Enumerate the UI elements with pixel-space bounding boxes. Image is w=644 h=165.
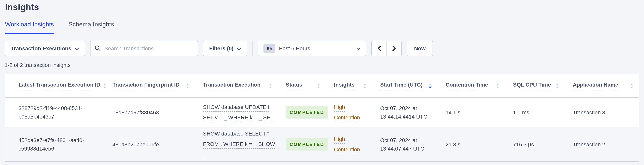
column-header-latest-execution-id[interactable]: Latest Transaction Execution ID [18, 81, 100, 90]
cell-fingerprint-id: 08d8b7d97f830463 [105, 98, 195, 127]
cell-transaction-execution: SHOW database SELECT * FROM t WHERE k = … [195, 127, 278, 162]
cell-status: COMPLETED [278, 127, 326, 162]
column-header-transaction-execution[interactable]: Transaction Execution [203, 81, 260, 90]
filters-label: Filters (0) [209, 45, 234, 52]
column-header-start-time[interactable]: Start Time (UTC) [380, 81, 422, 90]
cell-application-name: Transaction 2 [565, 127, 640, 162]
transaction-execution-link[interactable]: SET v = _ WHERE k = _ SH... [203, 113, 275, 122]
time-range-dropdown[interactable]: 6h Past 6 Hours [258, 41, 366, 56]
sort-icon[interactable] [186, 83, 189, 88]
tab-schema-insights[interactable]: Schema Insights [68, 21, 114, 34]
column-header-sql-cpu-time[interactable]: SQL CPU Time [513, 81, 551, 90]
cell-status: COMPLETED [278, 98, 326, 127]
filters-button[interactable]: Filters (0) [203, 41, 247, 56]
now-button-label: Now [414, 45, 426, 52]
search-box [90, 41, 198, 56]
column-header-application-name[interactable]: Application Name [573, 81, 618, 90]
sort-icon[interactable] [630, 83, 633, 88]
chevron-down-icon [356, 45, 360, 52]
now-button[interactable]: Now [407, 41, 433, 56]
cell-contention-time: 21.3 s [438, 127, 505, 162]
sort-icon[interactable] [104, 83, 106, 88]
cell-contention-time: 14.1 s [438, 98, 505, 127]
chevron-down-icon [237, 45, 241, 52]
transaction-execution-link[interactable]: ... [203, 150, 208, 159]
cell-sql-cpu-time: 1.1 ms [505, 98, 565, 127]
chevron-left-icon[interactable] [372, 41, 386, 56]
cell-transaction-execution: SHOW database UPDATE t SET v = _ WHERE k… [195, 98, 278, 127]
sort-icon[interactable] [496, 83, 499, 88]
table-row: 328729d2-ff19-4408-8531-b05a5b4e43c7 08d… [4, 98, 640, 127]
cell-start-time: Oct 07, 2024 at 13:44:07.447 UTC [372, 127, 438, 162]
transaction-execution-link[interactable]: FROM t WHERE k = _ SHOW [203, 140, 275, 149]
cell-latest-execution-id: 452da3e7-e7fa-4801-aa40-c59988d14eb6 [4, 127, 105, 162]
insight-link[interactable]: High [334, 134, 345, 143]
cell-sql-cpu-time: 716.3 µs [505, 127, 565, 162]
search-input[interactable] [90, 41, 198, 56]
toolbar-divider [252, 41, 253, 56]
insight-link[interactable]: Contention [334, 113, 360, 122]
column-header-contention-time[interactable]: Contention Time [446, 81, 488, 90]
column-header-insights[interactable]: Insights [334, 81, 354, 90]
view-type-label: Transaction Executions [11, 45, 71, 52]
insights-table-card: Latest Transaction Execution ID Transact… [4, 74, 640, 162]
table-header-row: Latest Transaction Execution ID Transact… [4, 74, 640, 98]
sort-icon[interactable] [429, 83, 432, 88]
transaction-insights-table: Latest Transaction Execution ID Transact… [4, 74, 640, 162]
insight-link[interactable]: High [334, 103, 345, 111]
search-icon [95, 45, 100, 53]
cell-application-name: Transaction 3 [565, 98, 640, 127]
time-range-badge: 6h [264, 44, 276, 53]
table-row: 452da3e7-e7fa-4801-aa40-c59988d14eb6 480… [4, 127, 640, 162]
transaction-execution-link[interactable]: SHOW database UPDATE t [203, 103, 270, 111]
sort-icon[interactable] [556, 83, 559, 88]
status-badge: COMPLETED [286, 138, 328, 150]
sort-icon[interactable] [269, 83, 272, 88]
cell-insights: High Contention [326, 127, 372, 162]
sort-icon[interactable] [363, 83, 366, 88]
time-pager [371, 41, 402, 56]
toolbar: Transaction Executions Filters (0) [4, 41, 640, 56]
chevron-down-icon [75, 45, 79, 52]
column-header-fingerprint-id[interactable]: Transaction Fingerprint ID [112, 81, 180, 90]
cell-latest-execution-id: 328729d2-ff19-4408-8531-b05a5b4e43c7 [4, 98, 105, 127]
chevron-right-icon[interactable] [386, 41, 401, 56]
transaction-execution-link[interactable]: SHOW database SELECT * [203, 129, 270, 138]
cell-insights: High Contention [326, 98, 372, 127]
insight-link[interactable]: Contention [334, 145, 360, 154]
cell-fingerprint-id: 480a8b217be006fe [105, 127, 195, 162]
cell-start-time: Oct 07, 2024 at 13:44:14.4414 UTC [372, 98, 438, 127]
page-title: Insights [5, 2, 640, 13]
results-summary: 1-2 of 2 transaction insights [4, 62, 640, 68]
tab-workload-insights[interactable]: Workload Insights [5, 21, 54, 34]
sort-icon[interactable] [317, 83, 320, 88]
tab-bar: Workload Insights Schema Insights [4, 21, 640, 34]
view-type-dropdown[interactable]: Transaction Executions [4, 41, 85, 56]
time-range-label: Past 6 Hours [279, 45, 310, 52]
status-badge: COMPLETED [286, 106, 328, 118]
column-header-status[interactable]: Status [286, 81, 302, 90]
